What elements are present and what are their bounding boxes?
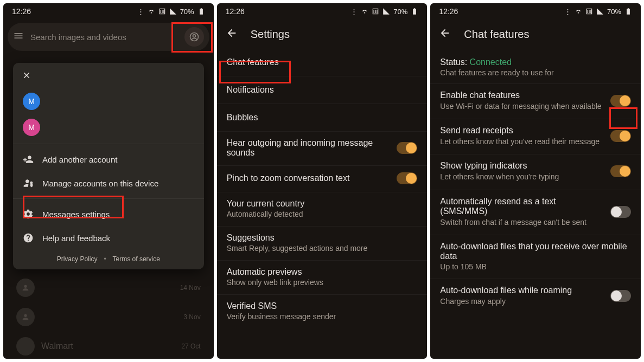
menu-label: Messages settings [42,210,110,219]
toggle-switch[interactable] [610,290,631,302]
settings-row-read-receipts[interactable]: Send read receipts Let others know that … [430,119,641,154]
terms-link[interactable]: Terms of service [113,255,160,263]
phone-screen-1: 12:26 ⋮ 70% Search images and videos [3,3,214,359]
account-sheet: M M Add another account Manage accounts … [13,63,204,269]
divider [13,144,204,144]
settings-row-sounds[interactable]: Hear outgoing and incoming message sound… [217,132,428,165]
status-icons: ⋮ 70% [564,8,632,16]
status-subtext: Chat features are ready to use for [430,68,641,83]
help-feedback-item[interactable]: Help and feedback [13,226,204,250]
toggle-switch[interactable] [397,172,417,184]
settings-row-country[interactable]: Your current country Automatically detec… [217,192,428,226]
setting-label: Verified SMS [227,301,418,311]
messages-settings-item[interactable]: Messages settings [13,202,204,226]
toggle-switch[interactable] [610,165,631,177]
settings-row-chat-features[interactable]: Chat features [217,49,428,76]
close-button[interactable] [13,63,204,88]
settings-row-automatic-previews[interactable]: Automatic previews Show only web link pr… [217,261,428,294]
clock: 12:26 [226,7,245,16]
setting-label: Bubbles [227,113,258,122]
status-value: Connected [470,57,512,67]
setting-sublabel: Use Wi-Fi or data for messaging when ava… [440,101,602,111]
settings-row-auto-resend[interactable]: Automatically resend as a text (SMS/MMS)… [430,190,641,235]
settings-row-bubbles[interactable]: Bubbles [217,104,428,131]
settings-header: Settings [217,20,428,49]
separator-dot: • [104,255,106,263]
setting-label: Automatically resend as a text (SMS/MMS) [440,197,602,216]
status-bar: 12:26 ⋮ 70% [430,3,641,20]
setting-label: Notifications [227,85,274,94]
toggle-switch[interactable] [397,142,417,154]
svg-point-2 [24,285,27,288]
chat-name: Walmart [41,341,73,351]
add-person-icon [23,154,34,165]
account-item[interactable]: M [13,114,204,140]
network-box-icon [585,8,593,15]
setting-label: Auto-download files that you receive ove… [440,242,631,261]
setting-sublabel: Automatically detected [227,210,418,218]
status-bar: 12:26 ⋮ 70% [3,3,214,20]
battery-icon [411,8,418,15]
settings-row-suggestions[interactable]: Suggestions Smart Reply, suggested actio… [217,227,428,260]
toggle-switch[interactable] [610,95,631,107]
back-button[interactable] [226,27,238,41]
wifi-icon [575,8,582,15]
setting-sublabel: Up to 105 MB [440,262,631,271]
gear-icon [23,209,34,219]
account-avatar: M [23,119,40,136]
bluetooth-icon: ⋮ [137,8,144,16]
account-avatar-button[interactable] [184,27,204,47]
page-title: Chat features [464,28,529,41]
manage-accounts-item[interactable]: Manage accounts on this device [13,171,204,195]
chat-row[interactable]: 3 Nov [3,302,214,332]
settings-row-pinch-zoom[interactable]: Pinch to zoom conversation text [217,166,428,192]
chat-row[interactable]: 14 Nov [3,273,214,302]
status-bar: 12:26 ⋮ 70% [217,3,428,20]
setting-label: Automatic previews [227,267,418,277]
settings-row-autodownload-mobile[interactable]: Auto-download files that you receive ove… [430,235,641,279]
account-item[interactable]: M [13,88,204,114]
wifi-icon [361,8,368,15]
menu-label: Add another account [42,155,117,164]
settings-row-verified-sms[interactable]: Verified SMS Verify business message sen… [217,295,428,328]
setting-sublabel: Let others know that you've read their m… [440,137,602,146]
chat-features-header: Chat features [430,20,641,49]
status-icons: ⋮ 70% [137,8,205,16]
settings-row-autodownload-roaming[interactable]: Auto-download files while roaming Charge… [430,279,641,314]
back-button[interactable] [439,27,451,41]
setting-label: Auto-download files while roaming [440,286,602,295]
battery-percent: 70% [607,8,621,16]
setting-label: Show typing indicators [440,161,602,171]
signal-icon [382,8,390,15]
signal-icon [596,8,604,15]
divider [13,198,204,199]
settings-row-typing-indicators[interactable]: Show typing indicators Let others know w… [430,154,641,189]
help-icon [23,232,34,243]
search-placeholder: Search images and videos [24,33,184,42]
phone-screen-2: 12:26 ⋮ 70% Settings Chat features Notif… [217,3,428,359]
menu-icon[interactable] [13,30,24,43]
menu-label: Manage accounts on this device [42,179,158,188]
chat-date: 14 Nov [180,284,201,292]
privacy-link[interactable]: Privacy Policy [57,255,98,263]
battery-icon [624,8,632,15]
bluetooth-icon: ⋮ [564,8,571,16]
toggle-switch[interactable] [610,206,631,218]
status-label: Status: [440,57,469,67]
chat-avatar [16,279,35,297]
settings-row-enable-chat[interactable]: Enable chat features Use Wi-Fi or data f… [430,84,641,119]
legal-row: Privacy Policy • Terms of service [13,250,204,263]
toggle-switch[interactable] [610,130,631,142]
battery-percent: 70% [180,8,194,16]
status-row: Status: Connected [430,49,641,68]
settings-row-notifications[interactable]: Notifications [217,76,428,104]
chat-row[interactable]: Walmart 27 Oct [3,332,214,359]
svg-point-1 [193,35,195,37]
battery-percent: 70% [393,8,407,16]
phone-screen-3: 12:26 ⋮ 70% Chat features Status: Connec… [430,3,641,359]
search-bar[interactable]: Search images and videos [8,23,209,51]
menu-label: Help and feedback [42,234,110,243]
add-account-item[interactable]: Add another account [13,147,204,171]
svg-point-3 [24,314,27,317]
account-avatar: M [23,93,40,110]
